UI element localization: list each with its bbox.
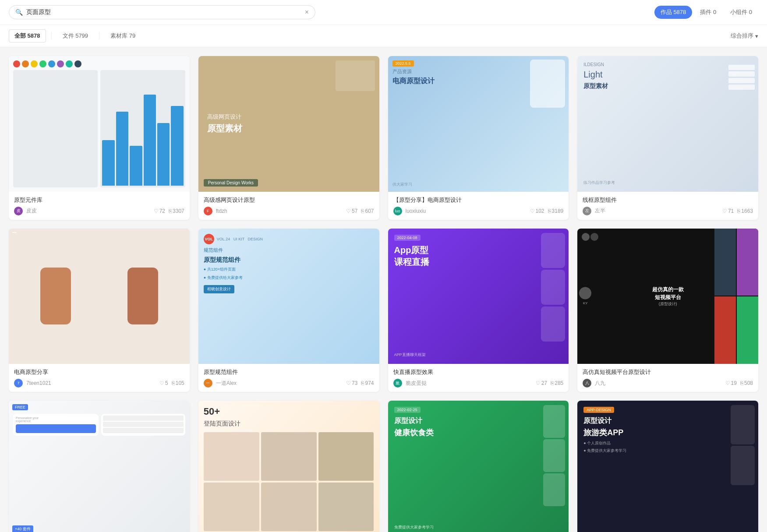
filter-all[interactable]: 全部 5878 (9, 29, 46, 42)
card-thumbnail (9, 56, 190, 192)
card-meta: F ftdzh ♡ 57 ⎘ 607 (204, 207, 374, 215)
heart-icon: ♡ (722, 208, 727, 214)
card-item[interactable]: ILDESIGN Light 原型素材 练习作品学习参考 线框原型组件 左 左半… (577, 56, 758, 220)
tab-plugins[interactable]: 插件 0 (694, 6, 722, 19)
card-stats: ♡ 27 ⎘ 285 (536, 380, 563, 386)
filter-materials[interactable]: 素材库 79 (105, 29, 141, 42)
heart-icon: ♡ (346, 208, 351, 214)
card-author: 皮皮 (26, 207, 150, 215)
chevron-down-icon: ▾ (755, 33, 758, 39)
card-stats: ♡ 5 ⎘ 105 (159, 380, 184, 386)
card-author: 7teen1021 (26, 380, 156, 386)
card-thumbnail: 2022-04-08 App原型课程直播 APP直播聊天框架 (388, 229, 569, 364)
heart-icon: ♡ (159, 380, 164, 386)
card-item[interactable]: 超仿真的一款 短视频平台 (原型设计) KY 高仿真短视频平台原型设计 八 八九… (577, 229, 758, 392)
card-copies: ⎘ 607 (361, 208, 374, 214)
card-thumbnail: VOL VOL.24 UI KIT DESIGN 规范组件 原型规范组件 ● 共… (198, 229, 379, 364)
card-author: luoxiuxiu (406, 208, 527, 214)
sort-button[interactable]: 综合排序 ▾ (731, 32, 758, 40)
tab-widgets[interactable]: 小组件 0 (724, 6, 758, 19)
card-author: 八九 (595, 380, 721, 387)
card-thumbnail: 超仿真的一款 短视频平台 (原型设计) KY (577, 229, 758, 364)
card-avatar: F (204, 207, 212, 215)
card-copies: ⎘ 285 (551, 380, 563, 386)
card-item[interactable]: 高级网页设计 原型素材 Personal Design Works 高级感网页设… (198, 56, 379, 220)
card-thumbnail: 2022-02-25 原型设计 健康饮食类 免费提供大家参考学习 (388, 401, 569, 532)
card-info: 高级感网页设计原型 F ftdzh ♡ 57 ⎘ 607 (198, 192, 379, 220)
card-stats: ♡ 73 ⎘ 974 (346, 380, 374, 386)
search-input[interactable] (26, 9, 305, 16)
filter-files[interactable]: 文件 5799 (57, 29, 94, 42)
card-avatar: 脆 (393, 379, 402, 388)
card-item[interactable]: 50+ 登陆页面设计 50 +款登陆页面设计 50 ♡ 49 ⎘ 937 (198, 401, 379, 532)
card-likes: ♡ 73 (346, 380, 357, 386)
card-stats: ♡ 71 ⎘ 1663 (722, 208, 753, 214)
card-avatar: 一 (204, 379, 212, 388)
card-meta: 7 7teen1021 ♡ 5 ⎘ 105 (14, 379, 184, 388)
card-stats: ♡ 102 ⎘ 3189 (530, 208, 564, 214)
card-item[interactable]: 2022-02-25 原型设计 健康饮食类 免费提供大家参考学习 【饮食类】AP… (388, 401, 569, 532)
card-info: 高仿真短视频平台原型设计 八 八九 ♡ 19 ⎘ 508 (577, 364, 758, 392)
card-info: 原型规范组件 一 一道Alex ♡ 73 ⎘ 974 (198, 364, 379, 392)
card-likes: ♡ 57 (346, 208, 357, 214)
card-stats: ♡ 72 ⎘ 3307 (154, 208, 184, 214)
card-likes: ♡ 27 (536, 380, 547, 386)
copy-icon: ⎘ (548, 208, 551, 214)
heart-icon: ♡ (530, 208, 535, 214)
top-bar: 🔍 × 作品 5878 插件 0 小组件 0 (0, 0, 767, 25)
card-author: 脆皮蛋挞 (406, 380, 532, 387)
heart-icon: ♡ (536, 380, 541, 386)
copy-icon: ⎘ (551, 380, 554, 386)
tab-works[interactable]: 作品 5878 (654, 6, 693, 19)
card-title: 线框原型组件 (583, 196, 753, 204)
card-author: 左半 (595, 207, 719, 215)
card-title: 高级感网页设计原型 (204, 196, 374, 204)
card-thumbnail: 2022.5.5 产品资源 电商原型设计 供大家学习 (388, 56, 569, 192)
card-avatar: luo (393, 207, 402, 215)
copy-icon: ⎘ (169, 208, 172, 214)
card-likes: ♡ 71 (722, 208, 734, 214)
card-likes: ♡ 5 (159, 380, 168, 386)
card-item[interactable]: 2022-04-08 App原型课程直播 APP直播聊天框架 快直播原型效果 脆… (388, 229, 569, 392)
card-title: 电商原型分享 (14, 368, 184, 376)
card-thumbnail: 高级网页设计 原型素材 Personal Design Works (198, 56, 379, 192)
card-meta: 皮 皮皮 ♡ 72 ⎘ 3307 (14, 207, 184, 215)
card-title: 【原型分享】电商原型设计 (393, 196, 564, 204)
copy-icon: ⎘ (740, 380, 743, 386)
card-copies: ⎘ 3307 (169, 208, 184, 214)
card-info: 快直播原型效果 脆 脆皮蛋挞 ♡ 27 ⎘ 285 (388, 364, 569, 392)
card-likes: ♡ 72 (154, 208, 165, 214)
card-info: 电商原型分享 7 7teen1021 ♡ 5 ⎘ 105 (9, 364, 190, 392)
card-thumbnail (9, 229, 190, 364)
card-meta: 左 左半 ♡ 71 ⎘ 1663 (583, 207, 753, 215)
card-item[interactable]: APP-DESIGN 原型设计 旅游类APP ● 个人原创作品 ● 免费提供大家… (577, 401, 758, 532)
card-title: 原型元件库 (14, 196, 184, 204)
heart-icon: ♡ (725, 380, 730, 386)
card-copies: ⎘ 974 (361, 380, 374, 386)
card-item[interactable]: 电商原型分享 7 7teen1021 ♡ 5 ⎘ 105 (9, 229, 190, 392)
card-thumbnail: ILDESIGN Light 原型素材 练习作品学习参考 (577, 56, 758, 192)
card-item[interactable]: VOL VOL.24 UI KIT DESIGN 规范组件 原型规范组件 ● 共… (198, 229, 379, 392)
card-item[interactable]: 2022.5.5 产品资源 电商原型设计 供大家学习 【原型分享】电商原型设计 … (388, 56, 569, 220)
card-avatar: 左 (583, 207, 591, 215)
copy-icon: ⎘ (172, 380, 175, 386)
card-title: 快直播原型效果 (393, 368, 564, 376)
card-thumbnail: 50+ 登陆页面设计 (198, 401, 379, 532)
card-meta: 一 一道Alex ♡ 73 ⎘ 974 (204, 379, 374, 388)
cards-grid: 原型元件库 皮 皮皮 ♡ 72 ⎘ 3307 高级网页设计 原型素材 Perso… (9, 56, 758, 532)
copy-icon: ⎘ (737, 208, 740, 214)
card-avatar: 7 (14, 379, 23, 388)
card-author: ftdzh (216, 208, 343, 214)
tab-group: 作品 5878 插件 0 小组件 0 (654, 6, 758, 19)
card-item[interactable]: FREE Personalize yourexperience +40 套件 移… (9, 401, 190, 532)
card-copies: ⎘ 105 (172, 380, 184, 386)
card-copies: ⎘ 3189 (548, 208, 564, 214)
card-avatar: 八 (583, 379, 591, 388)
card-meta: luo luoxiuxiu ♡ 102 ⎘ 3189 (393, 207, 564, 215)
card-meta: 八 八九 ♡ 19 ⎘ 508 (583, 379, 753, 388)
clear-button[interactable]: × (305, 8, 309, 16)
card-title: 原型规范组件 (204, 368, 374, 376)
card-thumbnail: APP-DESIGN 原型设计 旅游类APP ● 个人原创作品 ● 免费提供大家… (577, 401, 758, 532)
card-item[interactable]: 原型元件库 皮 皮皮 ♡ 72 ⎘ 3307 (9, 56, 190, 220)
copy-icon: ⎘ (361, 380, 364, 386)
